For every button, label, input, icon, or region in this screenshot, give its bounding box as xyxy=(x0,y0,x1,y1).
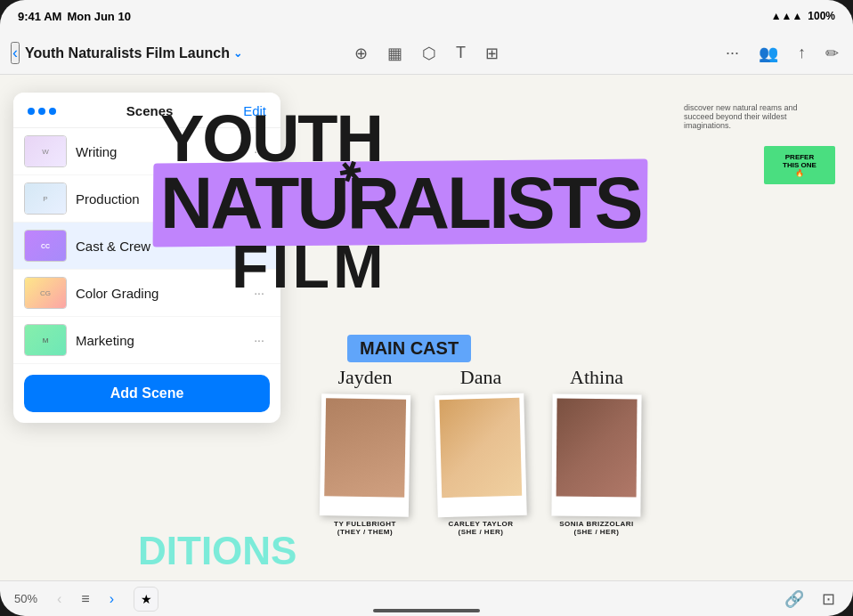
scene-name-marketing: Marketing xyxy=(76,333,240,348)
polaroid-sonia xyxy=(551,394,641,517)
add-scene-button[interactable]: Add Scene xyxy=(24,375,270,412)
view-mode-icon[interactable]: ⊡ xyxy=(818,586,839,612)
dot-3 xyxy=(49,108,56,115)
nav-forward-button[interactable]: › xyxy=(104,589,119,609)
cast-script-athina: Athina xyxy=(570,366,623,389)
naturalists-text: NATURALISTS xyxy=(160,166,640,239)
text-icon[interactable]: T xyxy=(452,40,469,66)
media-icon[interactable]: ⊞ xyxy=(482,40,502,67)
scene-thumb-production: P xyxy=(24,182,67,215)
toolbar-right: ··· 👥 ↑ ✏ xyxy=(570,40,842,67)
polaroid-ty xyxy=(320,393,410,517)
share-icon[interactable]: ↑ xyxy=(794,40,809,66)
time: 9:41 AM xyxy=(18,10,61,23)
wifi-icon: ▲▲▲ xyxy=(771,10,803,22)
scenes-dots-icon[interactable] xyxy=(28,108,56,115)
nav-back-button[interactable]: ‹ xyxy=(52,589,67,609)
status-right: ▲▲▲ 100% xyxy=(771,10,835,22)
document-title[interactable]: Youth Naturalists Film Launch ⌄ xyxy=(25,45,242,61)
status-left: 9:41 AM Mon Jun 10 xyxy=(18,10,131,23)
scene-thumb-writing: W xyxy=(24,135,67,167)
title-chevron-icon: ⌄ xyxy=(233,47,242,60)
title-area: YOUTH NATURALISTS FILM xyxy=(160,106,764,296)
shapes-icon[interactable]: ⬡ xyxy=(418,40,440,67)
dot-1 xyxy=(28,108,35,115)
date: Mon Jun 10 xyxy=(67,10,131,23)
bottom-partial-text: DITIONS xyxy=(138,529,297,573)
scene-thumb-color: CG xyxy=(24,277,67,309)
star-icon: ★ xyxy=(141,592,152,606)
cast-item-sonia: Athina SONIA BRIZZOLARI(SHE / HER) xyxy=(552,366,641,536)
photo-sonia xyxy=(556,399,638,498)
photo-ty xyxy=(324,398,406,498)
star-button[interactable]: ★ xyxy=(134,587,158,612)
battery-level: 100% xyxy=(808,10,835,22)
dot-2 xyxy=(38,108,45,115)
scene-item-marketing[interactable]: M Marketing ··· xyxy=(13,317,280,364)
cast-photos: Jayden TY FULLBRIGHT(THEY / THEM) Dana C… xyxy=(321,366,641,536)
cast-label-sonia: SONIA BRIZZOLARI(SHE / HER) xyxy=(559,520,634,536)
film-text: FILM xyxy=(232,236,764,296)
scene-more-marketing[interactable]: ··· xyxy=(248,329,270,351)
home-indicator xyxy=(373,609,480,612)
app-toolbar: ‹ Youth Naturalists Film Launch ⌄ ⊕ ▦ ⬡ … xyxy=(0,32,853,75)
back-button[interactable]: ‹ xyxy=(11,42,20,64)
play-icon[interactable]: ✏ xyxy=(822,40,842,67)
cast-label-carley: CARLEY TAYLOR(SHE / HER) xyxy=(448,520,513,536)
prefer-emoji: 🔥 xyxy=(771,169,828,177)
link-icon[interactable]: 🔗 xyxy=(781,586,808,612)
collaborators-icon[interactable]: 👥 xyxy=(755,40,782,67)
table-icon[interactable]: ▦ xyxy=(384,40,406,67)
ipad-frame: 9:41 AM Mon Jun 10 ▲▲▲ 100% ‹ Youth Natu… xyxy=(0,0,853,616)
more-icon[interactable]: ··· xyxy=(722,40,743,66)
cast-label-ty: TY FULLBRIGHT(THEY / THEM) xyxy=(334,520,396,536)
polaroid-carley xyxy=(435,393,527,518)
cast-item-carley: Dana CARLEY TAYLOR(SHE / HER) xyxy=(436,366,525,536)
bottom-right: 🔗 ⊡ xyxy=(781,586,839,612)
cast-script-dana: Dana xyxy=(460,366,501,389)
insert-icon[interactable]: ⊕ xyxy=(351,40,371,67)
main-content: Aileen Zeigen discover new natural reams… xyxy=(0,75,853,580)
naturalists-container: NATURALISTS xyxy=(160,166,640,239)
scene-thumb-cast: CC xyxy=(24,230,67,262)
cast-item-ty: Jayden TY FULLBRIGHT(THEY / THEM) xyxy=(321,366,410,536)
cast-script-jayden: Jayden xyxy=(337,366,392,389)
toolbar-center: ⊕ ▦ ⬡ T ⊞ xyxy=(290,40,563,67)
scene-thumb-marketing: M xyxy=(24,324,67,356)
main-cast-label: MAIN CAST xyxy=(347,335,471,362)
toolbar-left: ‹ Youth Naturalists Film Launch ⌄ xyxy=(11,42,283,64)
list-view-icon[interactable]: ≡ xyxy=(81,591,89,607)
prefer-sticky-note: PREFERTHIS ONE 🔥 xyxy=(764,146,835,184)
prefer-text: PREFERTHIS ONE xyxy=(771,153,828,169)
zoom-level: 50% xyxy=(14,592,37,605)
photo-carley xyxy=(439,398,522,498)
scene-name-color: Color Grading xyxy=(76,286,240,301)
status-bar: 9:41 AM Mon Jun 10 ▲▲▲ 100% xyxy=(0,0,853,32)
canvas-area: Aileen Zeigen discover new natural reams… xyxy=(0,75,853,580)
